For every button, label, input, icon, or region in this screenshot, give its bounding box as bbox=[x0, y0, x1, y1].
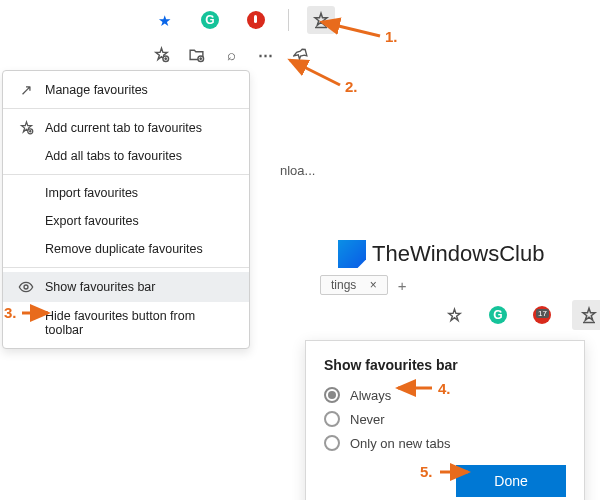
favourites-menu-button-2[interactable] bbox=[572, 300, 600, 330]
radio-label: Always bbox=[350, 388, 391, 403]
pin-panel-button[interactable] bbox=[289, 42, 312, 66]
star-plus-icon bbox=[17, 120, 35, 135]
favourites-panel-toolbar: ⌕ ⋯ bbox=[150, 42, 320, 66]
radio-label: Never bbox=[350, 412, 385, 427]
menu-import-favourites[interactable]: Import favourites bbox=[3, 179, 249, 207]
more-options-button[interactable]: ⋯ bbox=[254, 42, 277, 66]
svg-point-13 bbox=[24, 285, 28, 289]
windowsclub-logo-icon bbox=[338, 240, 366, 268]
brand-name: TheWindowsClub bbox=[372, 241, 544, 267]
badge-count: 17 bbox=[536, 309, 549, 318]
more-horizontal-icon: ⋯ bbox=[258, 47, 273, 62]
menu-item-label: Add current tab to favourites bbox=[45, 121, 202, 135]
search-icon: ⌕ bbox=[227, 47, 236, 62]
menu-item-label: Remove duplicate favourites bbox=[45, 242, 203, 256]
brand-logo-text: TheWindowsClub bbox=[338, 240, 544, 268]
favourite-star-button-2[interactable] bbox=[440, 301, 468, 329]
annotation-1: 1. bbox=[385, 28, 398, 45]
menu-export-favourites[interactable]: Export favourites bbox=[3, 207, 249, 235]
secondary-toolbar: G 17 bbox=[440, 300, 600, 330]
show-favourites-bar-popup: Show favourites bar Always Never Only on… bbox=[305, 340, 585, 500]
favourites-context-menu: ↗ Manage favourites Add current tab to f… bbox=[2, 70, 250, 349]
grammarly-icon: G bbox=[201, 11, 219, 29]
star-plus-icon bbox=[446, 307, 463, 324]
menu-item-label: Import favourites bbox=[45, 186, 138, 200]
favourites-menu-button[interactable] bbox=[307, 6, 335, 34]
ublock-icon bbox=[247, 11, 265, 29]
menu-item-label: Manage favourites bbox=[45, 83, 148, 97]
done-button[interactable]: Done bbox=[456, 465, 566, 497]
grammarly-button-2[interactable]: G bbox=[484, 301, 512, 329]
menu-divider bbox=[3, 108, 249, 109]
close-icon[interactable]: × bbox=[370, 278, 377, 292]
tab-strip: tings × + bbox=[320, 275, 406, 295]
menu-divider bbox=[3, 267, 249, 268]
svg-marker-14 bbox=[448, 309, 459, 320]
menu-remove-duplicates[interactable]: Remove duplicate favourites bbox=[3, 235, 249, 263]
favourite-star-button[interactable]: ★ bbox=[150, 6, 178, 34]
radio-icon bbox=[324, 435, 340, 451]
add-favourite-button[interactable] bbox=[150, 42, 173, 66]
menu-show-favourites-bar[interactable]: Show favourites bar bbox=[3, 272, 249, 302]
menu-item-label: Export favourites bbox=[45, 214, 139, 228]
svg-marker-0 bbox=[315, 13, 327, 25]
menu-add-all-tabs[interactable]: Add all tabs to favourites bbox=[3, 142, 249, 170]
folder-plus-icon bbox=[188, 46, 205, 63]
star-filled-icon: ★ bbox=[158, 13, 171, 28]
radio-option-always[interactable]: Always bbox=[324, 387, 566, 403]
search-favourites-button[interactable]: ⌕ bbox=[220, 42, 243, 66]
menu-hide-favourites-button[interactable]: Hide favourites button from toolbar bbox=[3, 302, 249, 344]
menu-item-label: Add all tabs to favourites bbox=[45, 149, 182, 163]
menu-item-label: Show favourites bar bbox=[45, 280, 155, 294]
grammarly-icon: G bbox=[489, 306, 507, 324]
eye-icon bbox=[17, 279, 35, 295]
ublock-button[interactable] bbox=[242, 6, 270, 34]
annotation-2: 2. bbox=[345, 78, 358, 95]
svg-marker-15 bbox=[583, 308, 595, 320]
address-bar-actions: ★ G bbox=[150, 6, 335, 34]
pin-icon bbox=[293, 46, 309, 62]
radio-label: Only on new tabs bbox=[350, 436, 450, 451]
tab-label: tings bbox=[331, 278, 356, 292]
radio-icon bbox=[324, 387, 340, 403]
toolbar-separator bbox=[288, 9, 289, 31]
grammarly-button[interactable]: G bbox=[196, 6, 224, 34]
popup-title: Show favourites bar bbox=[324, 357, 566, 373]
menu-manage-favourites[interactable]: ↗ Manage favourites bbox=[3, 75, 249, 104]
new-tab-button[interactable]: + bbox=[398, 277, 407, 294]
favourites-list-icon bbox=[580, 306, 598, 324]
favourites-list-icon bbox=[312, 11, 330, 29]
menu-divider bbox=[3, 174, 249, 175]
open-external-icon: ↗ bbox=[17, 82, 35, 97]
browser-tab[interactable]: tings × bbox=[320, 275, 388, 295]
background-truncated-text: nloa... bbox=[280, 163, 315, 178]
star-plus-icon bbox=[153, 46, 170, 63]
radio-option-never[interactable]: Never bbox=[324, 411, 566, 427]
add-folder-button[interactable] bbox=[185, 42, 208, 66]
radio-icon bbox=[324, 411, 340, 427]
ublock-button-2[interactable]: 17 bbox=[528, 301, 556, 329]
menu-item-label: Hide favourites button from toolbar bbox=[45, 309, 235, 337]
menu-add-current-tab[interactable]: Add current tab to favourites bbox=[3, 113, 249, 142]
radio-option-new-tabs[interactable]: Only on new tabs bbox=[324, 435, 566, 451]
